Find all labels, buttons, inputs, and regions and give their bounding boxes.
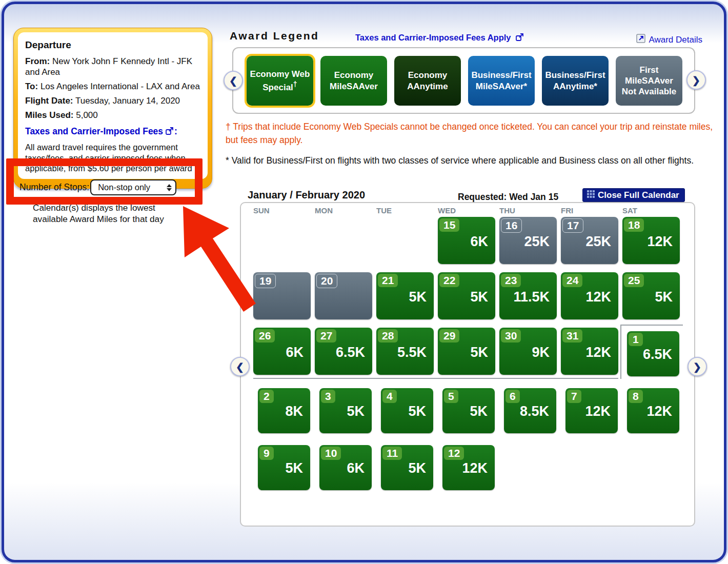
flight-date-label: Flight Date: [25, 96, 73, 106]
close-full-calendar-button[interactable]: Close Full Calendar [582, 188, 685, 202]
calendar-day-feb-12[interactable]: 1212K [442, 445, 495, 490]
calendar-day-jan-27[interactable]: 276.5K [315, 328, 372, 375]
award-miles-value: 6K [286, 345, 304, 360]
miles-used-value: 5,000 [76, 110, 98, 120]
day-number-badge: 4 [382, 390, 397, 403]
calendar-day-feb-9[interactable]: 95K [258, 445, 310, 490]
january-boundary-line [253, 378, 618, 379]
calendar-day-feb-1[interactable]: 16.5K [627, 331, 679, 376]
departure-miles-used: Miles Used: 5,000 [25, 110, 200, 120]
empty-calendar-slot [499, 441, 557, 489]
award-miles-value: 5K [470, 404, 488, 419]
empty-calendar-slot [315, 217, 372, 264]
award-legend-title: Award Legend [230, 30, 319, 42]
award-miles-value: 25K [585, 234, 611, 250]
legend-tile-business-milesaaver: Business/First MileSAAver* [468, 56, 535, 106]
business-first-asterisk-note: * Valid for Business/First on flights wi… [226, 154, 713, 167]
calendar-day-jan-28[interactable]: 285.5K [376, 328, 434, 375]
calendar-day-feb-7[interactable]: 712K [565, 388, 618, 433]
external-link-icon [165, 127, 174, 138]
award-miles-value: 12K [585, 289, 611, 305]
calendar-prev-button[interactable]: ❮ [230, 357, 250, 376]
calendar-day-feb-10[interactable]: 106K [319, 445, 372, 490]
taxes-fees-apply-link[interactable]: Taxes and Carrier-Imposed Fees Apply [355, 33, 524, 44]
calendar-day-feb-4[interactable]: 45K [381, 388, 433, 433]
taxes-fees-link[interactable]: Taxes and Carrier-Imposed Fees [25, 126, 163, 136]
day-number-badge: 7 [567, 390, 581, 403]
calendar-day-feb-3[interactable]: 35K [319, 388, 372, 433]
day-number-badge: 25 [624, 274, 644, 287]
legend-prev-button[interactable]: ❮ [224, 71, 243, 90]
day-header-sat: SAT [622, 206, 680, 215]
calendar-day-jan-31[interactable]: 3112K [561, 328, 618, 375]
calendar-day-jan-30[interactable]: 309K [499, 328, 557, 375]
departure-flight-date: Flight Date: Tuesday, January 14, 2020 [25, 95, 200, 106]
calendar-day-jan-20: 20 [315, 272, 372, 319]
number-of-stops-select[interactable]: Non-stop only [90, 179, 176, 195]
award-miles-value: 12K [462, 460, 488, 476]
lowest-miles-note-line2: available Award Miles for that day [33, 213, 202, 225]
departure-from: From: New York John F Kennedy Intl - JFK… [25, 56, 200, 77]
calendar-day-jan-22[interactable]: 225K [438, 272, 495, 319]
calendar-day-jan-16[interactable]: 1625K [499, 217, 557, 264]
legend-tile-economy-aanytime: Economy AAnytime [394, 56, 461, 106]
empty-calendar-slot [622, 441, 680, 489]
day-number-badge: 5 [444, 390, 458, 403]
award-miles-value: 6K [470, 234, 488, 250]
award-details-link[interactable]: Award Details [636, 34, 702, 46]
calendar-day-jan-15[interactable]: 156K [438, 217, 495, 264]
calendar-day-feb-6[interactable]: 68.5K [504, 388, 556, 433]
calendar-day-feb-2[interactable]: 28K [258, 388, 310, 433]
february-boundary-line-left [620, 325, 621, 379]
day-number-badge: 20 [316, 274, 337, 288]
day-number-badge: 8 [629, 390, 643, 403]
calendar-day-jan-26[interactable]: 266K [253, 328, 311, 375]
award-miles-value: 5K [409, 289, 427, 305]
from-label: From: [25, 56, 50, 66]
flight-date-value: Tuesday, January 14, 2020 [75, 96, 180, 106]
award-miles-value: 5.5K [397, 345, 427, 360]
fees-link-colon: : [174, 126, 177, 136]
calendar-day-feb-11[interactable]: 115K [381, 445, 433, 490]
award-miles-value: 8.5K [520, 404, 549, 419]
award-miles-value: 5K [470, 289, 488, 305]
calendar-day-jan-19: 19 [253, 272, 311, 319]
award-miles-value: 11.5K [513, 289, 550, 305]
award-miles-value: 5K [470, 345, 488, 360]
departure-to: To: Los Angeles International - LAX and … [25, 81, 200, 92]
award-miles-value: 5K [347, 404, 365, 419]
day-number-badge: 15 [439, 218, 459, 232]
calendar-next-button[interactable]: ❯ [687, 357, 707, 376]
calendar-day-jan-29[interactable]: 295K [438, 328, 495, 375]
close-full-calendar-label: Close Full Calendar [598, 190, 679, 200]
lowest-miles-note: Calendar(s) displays the lowest availabl… [33, 202, 202, 225]
calendar-day-jan-23[interactable]: 2311.5K [499, 272, 557, 319]
calendar-day-jan-18[interactable]: 1812K [622, 217, 680, 264]
empty-calendar-slot [561, 441, 618, 489]
day-number-badge: 10 [321, 447, 341, 460]
february-boundary-line-top [620, 325, 683, 326]
award-miles-value: 5K [655, 289, 673, 305]
from-value: New York John F Kennedy Intl - JFK and A… [25, 56, 192, 77]
award-miles-value: 5K [285, 460, 303, 476]
day-number-badge: 19 [255, 274, 276, 288]
day-header-fri: FRI [561, 206, 618, 215]
day-number-badge: 31 [562, 329, 582, 343]
external-link-icon [515, 33, 524, 44]
to-value: Los Angeles International - LAX and Area [41, 82, 200, 91]
calendar-day-jan-25[interactable]: 255K [622, 272, 680, 319]
day-number-badge: 26 [255, 329, 275, 343]
calendar-month-title: January / February 2020 [248, 189, 365, 201]
award-calendar: SUNMONTUEWEDTHUFRISAT 156K1625K1725K1812… [240, 202, 695, 527]
award-miles-value: 12K [647, 234, 673, 250]
calendar-day-jan-17[interactable]: 1725K [561, 217, 618, 264]
number-of-stops-value: Non-stop only [98, 183, 150, 192]
day-number-badge: 24 [562, 274, 582, 287]
calendar-day-jan-24[interactable]: 2412K [561, 272, 618, 319]
calendar-day-feb-8[interactable]: 812K [627, 388, 679, 433]
calendar-day-jan-21[interactable]: 215K [376, 272, 434, 319]
legend-next-button[interactable]: ❯ [686, 70, 706, 90]
calendar-day-feb-5[interactable]: 55K [442, 388, 495, 433]
empty-calendar-slot [253, 217, 311, 264]
legend-tile-label: Economy Web Special† [250, 69, 310, 92]
